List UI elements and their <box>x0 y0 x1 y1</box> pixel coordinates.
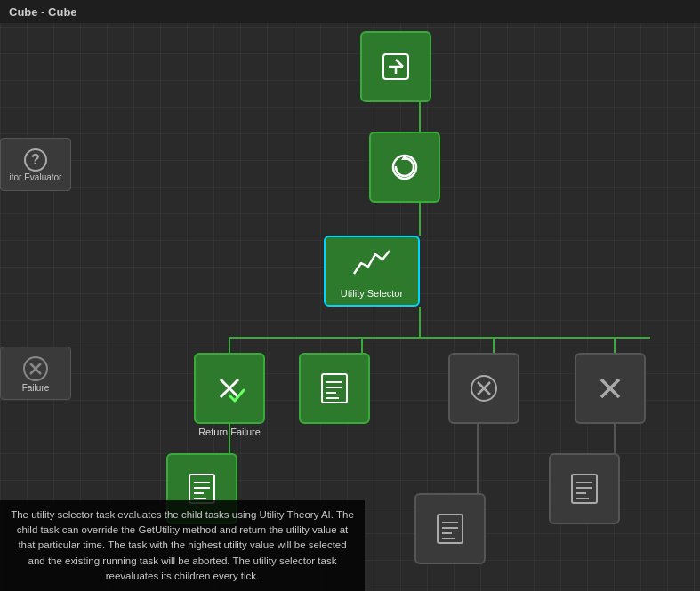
tooltip-box: The utility selector task evaluates the … <box>0 500 365 591</box>
repeater-icon <box>383 146 426 188</box>
x-circle-icon-left <box>21 355 50 383</box>
log-2-node[interactable]: Log <box>194 453 210 467</box>
tooltip-text: The utility selector task evaluates the … <box>11 509 354 581</box>
until-failure-node[interactable]: Until Failure <box>458 353 511 367</box>
log-3-node[interactable]: Log <box>442 493 458 507</box>
evaluator-label: itor Evaluator <box>10 172 62 182</box>
return-failure-1-label: Return Failure <box>198 427 261 438</box>
log-1-icon <box>313 367 356 410</box>
log-3-icon <box>429 507 471 550</box>
return-failure-2-node[interactable]: Return Failure <box>579 353 641 367</box>
entry-icon <box>374 45 417 88</box>
failure-node-left[interactable]: Failure <box>0 347 71 400</box>
log-1-node[interactable]: Log <box>326 353 342 367</box>
return-failure-2-icon <box>589 367 632 410</box>
question-icon: ? <box>23 148 48 172</box>
return-failure-1-node[interactable]: Return Failure <box>194 353 265 438</box>
failure-label-left: Failure <box>22 383 50 393</box>
title-text: Cube - Cube <box>9 5 77 19</box>
evaluator-node[interactable]: ? itor Evaluator <box>0 138 71 191</box>
return-failure-1-icon <box>208 367 251 410</box>
title-bar: Cube - Cube <box>0 0 700 23</box>
svg-text:?: ? <box>31 152 40 167</box>
utility-icon <box>350 243 393 285</box>
utility-label: Utility Selector <box>341 288 403 299</box>
log-4-node[interactable]: Log <box>576 453 592 467</box>
until-failure-icon <box>463 367 505 410</box>
repeater-node[interactable]: Repeater <box>384 132 424 146</box>
entry-node[interactable]: Entry <box>384 31 407 45</box>
log-4-icon <box>563 467 606 510</box>
